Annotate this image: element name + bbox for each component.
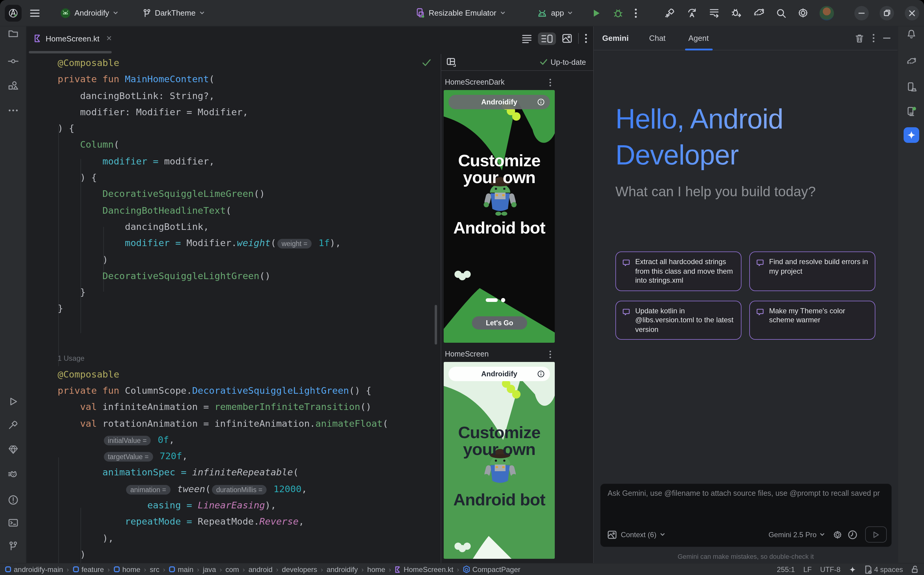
model-dropdown[interactable]: Gemini 2.5 Pro [768, 530, 825, 539]
run-config-selector[interactable]: app [532, 6, 577, 20]
chevron-down-icon [199, 10, 204, 16]
write-access-lock-icon[interactable] [911, 565, 918, 573]
preview-label-homescreen[interactable]: HomeScreen [441, 346, 593, 362]
project-selector[interactable]: Androidify [55, 5, 123, 21]
breadcrumb-separator: › [144, 566, 146, 573]
debug-button[interactable] [613, 7, 624, 19]
breadcrumb-item[interactable]: src [150, 565, 159, 573]
breadcrumb-item[interactable]: androidify [327, 565, 358, 573]
user-avatar[interactable] [819, 6, 834, 20]
maximize-button[interactable] [879, 6, 894, 20]
context-dropdown[interactable]: Context (6) [621, 530, 666, 539]
more-tool-windows-button[interactable] [8, 105, 19, 116]
preview-label-homescreendark[interactable]: HomeScreenDark [441, 75, 593, 90]
apply-changes-button[interactable] [686, 7, 698, 19]
code-editor[interactable]: @Composableprivate fun MainHomeContent( … [26, 54, 441, 563]
breadcrumb-item[interactable]: androidify-main [5, 565, 63, 573]
device-manager-button[interactable] [906, 82, 917, 92]
project-tool-button[interactable] [8, 28, 19, 39]
run-button[interactable] [591, 8, 602, 18]
preview-view-button[interactable] [562, 33, 572, 43]
gradle-tool-button[interactable] [906, 56, 917, 67]
commit-tool-button[interactable] [8, 56, 19, 67]
hide-panel-button[interactable] [883, 37, 891, 39]
breadcrumb-item[interactable]: HomeScreen.kt [395, 565, 453, 573]
breadcrumb-item[interactable]: com [226, 565, 239, 573]
inspection-ok-icon[interactable] [422, 59, 431, 67]
lets-go-button[interactable]: Let's Go [472, 316, 527, 329]
chevron-down-icon [500, 10, 505, 16]
build-button[interactable] [664, 7, 676, 19]
build-tool-button[interactable] [8, 419, 19, 430]
breadcrumb-item[interactable]: home [113, 565, 140, 573]
attach-debugger-button[interactable] [731, 7, 742, 19]
indent-config[interactable]: 4 spaces [865, 565, 903, 573]
send-button[interactable] [865, 526, 887, 543]
gemini-options-button[interactable] [872, 33, 875, 43]
branch-selector[interactable]: DarkTheme [137, 6, 210, 20]
kotlin-file-icon [395, 566, 401, 573]
suggestion-card[interactable]: Make my Theme's color scheme warmer [749, 300, 875, 340]
gemini-tool-button[interactable] [903, 127, 919, 143]
breadcrumb-item[interactable]: java [203, 565, 216, 573]
suggestion-card[interactable]: Extract all hardcoded strings from this … [615, 251, 741, 291]
delete-conversation-button[interactable] [855, 33, 864, 43]
version-control-tool-button[interactable] [8, 541, 19, 551]
tab-chat[interactable]: Chat [646, 26, 669, 50]
app-quality-insights-button[interactable] [8, 444, 19, 455]
resource-manager-button[interactable] [8, 80, 19, 91]
preview-render-dark[interactable]: Customize your own Android bot Androidif… [444, 90, 555, 343]
preview-layout-button[interactable] [446, 57, 456, 67]
breadcrumb-separator: › [321, 566, 323, 573]
caret-position[interactable]: 255:1 [777, 565, 795, 573]
breadcrumb-item[interactable]: android [248, 565, 273, 573]
minimize-button[interactable] [854, 6, 869, 20]
breadcrumb-separator: › [361, 566, 364, 573]
settings-button[interactable] [797, 7, 809, 19]
preview-render-light[interactable]: Customize your own Android bot Androidif… [444, 362, 555, 559]
preview-options-icon[interactable] [549, 78, 551, 86]
file-encoding[interactable]: UTF-8 [820, 565, 841, 573]
editor-tabbar: HomeScreen.kt ✕ [26, 26, 593, 51]
breadcrumb-item[interactable]: feature [72, 565, 104, 573]
apply-code-changes-button[interactable] [708, 7, 720, 19]
editor-hscrollbar[interactable] [26, 51, 593, 54]
device-selector[interactable]: Resizable Emulator [411, 5, 510, 21]
right-tool-stripe [898, 26, 924, 563]
breadcrumb-item[interactable]: home [367, 565, 385, 573]
gemini-subtitle: What can I help you build today? [615, 184, 816, 200]
status-bar: androidify-main›feature›home›src›main›ja… [0, 563, 924, 575]
terminal-tool-button[interactable] [8, 517, 19, 528]
search-everywhere-button[interactable] [776, 8, 787, 18]
running-devices-button[interactable] [906, 106, 917, 116]
run-tool-button[interactable] [8, 396, 19, 407]
breadcrumb-item[interactable]: CompactPager [463, 565, 520, 573]
gradle-sync-button[interactable] [753, 7, 765, 19]
gemini-input-box[interactable]: Ask Gemini, use @filename to attach sour… [600, 483, 892, 547]
breadcrumb-item[interactable]: main [169, 565, 193, 573]
editor-options-button[interactable] [585, 33, 587, 43]
suggestion-card[interactable]: Update kotlin in @libs.version.toml to t… [615, 300, 741, 340]
suggestion-card[interactable]: Find and resolve build errors in my proj… [749, 251, 875, 291]
code-view-button[interactable] [522, 34, 532, 43]
close-button[interactable] [905, 6, 919, 20]
problems-tool-button[interactable] [8, 495, 19, 505]
git-branch-icon [142, 8, 151, 18]
preview-options-icon[interactable] [549, 350, 551, 358]
notifications-button[interactable] [906, 29, 917, 40]
more-actions-button[interactable] [635, 8, 637, 18]
profiler-tool-button[interactable] [8, 469, 19, 480]
attach-image-icon[interactable] [608, 530, 617, 539]
gemini-settings-button[interactable] [833, 530, 842, 539]
gemini-spark-icon[interactable] [849, 566, 856, 573]
history-button[interactable] [848, 530, 857, 539]
editor-vscrollbar[interactable] [435, 305, 437, 345]
tab-agent[interactable]: Agent [685, 26, 712, 50]
breadcrumb-item[interactable]: developers [282, 565, 317, 573]
tab-close-icon[interactable]: ✕ [106, 34, 112, 43]
split-view-button[interactable] [538, 32, 556, 45]
tab-homescreen-kt[interactable]: HomeScreen.kt ✕ [33, 34, 112, 43]
main-menu-button[interactable] [30, 9, 40, 17]
project-name: Androidify [75, 8, 109, 17]
line-ending[interactable]: LF [803, 565, 812, 573]
